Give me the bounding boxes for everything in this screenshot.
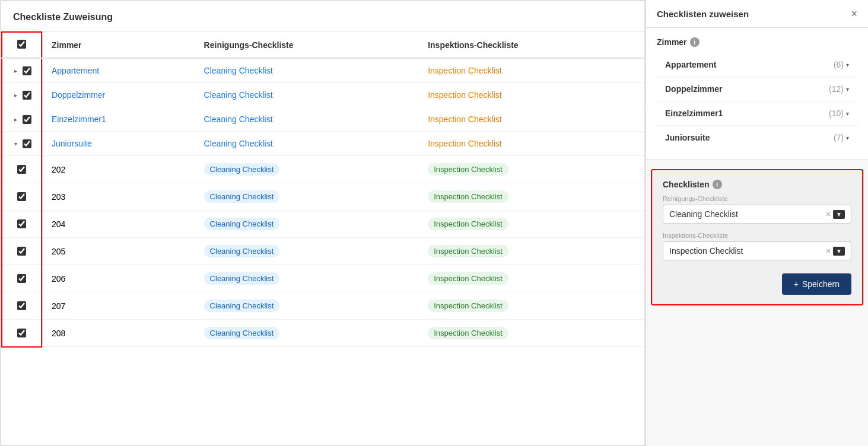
header-inspection: Inspektions-Checkliste <box>418 32 644 58</box>
cleaning-arrow-icon[interactable]: ▼ <box>833 210 845 219</box>
expand-arrow-icon[interactable]: ▾ <box>12 141 19 147</box>
table-row: 206Cleaning ChecklistInspection Checklis… <box>2 265 644 292</box>
room-group-name: Appartement <box>665 60 716 69</box>
close-button[interactable]: × <box>851 8 857 19</box>
row-checkbox[interactable] <box>17 165 26 174</box>
cleaning-cell: Cleaning Checklist <box>195 320 419 347</box>
cleaning-clear-icon[interactable]: × <box>826 209 831 219</box>
room-group-link[interactable]: Appartement <box>52 66 99 75</box>
inspection-select[interactable]: Inspection Checklist × ▼ <box>663 241 851 260</box>
row-checkbox-cell <box>2 211 42 238</box>
room-number: 207 <box>52 301 65 311</box>
cleaning-text: Cleaning Checklist <box>204 90 273 100</box>
cleaning-cell: Cleaning Checklist <box>195 211 419 238</box>
row-checkbox-cell: ▾ <box>2 132 42 156</box>
room-name-cell: 205 <box>42 238 195 265</box>
room-group-link[interactable]: Doppelzimmer <box>52 90 105 100</box>
page-title: Checkliste Zuweisung <box>1 1 644 31</box>
cleaning-cell: Cleaning Checklist <box>195 265 419 292</box>
right-panel-title: Checklisten zuweisen <box>657 9 749 19</box>
room-group-link[interactable]: Juniorsuite <box>52 139 92 148</box>
inspection-text: Inspection Checklist <box>428 90 502 100</box>
save-button[interactable]: + Speichern <box>782 273 851 295</box>
inspection-clear-icon[interactable]: × <box>826 246 831 256</box>
inspection-cell: Inspection Checklist <box>418 320 644 347</box>
chevron-down-icon: ▾ <box>846 62 849 68</box>
room-group-item[interactable]: Einzelzimmer1(10)▾ <box>657 101 857 126</box>
row-checkbox[interactable] <box>17 274 26 283</box>
room-group-name: Juniorsuite <box>665 133 710 142</box>
room-group-item[interactable]: Doppelzimmer(12)▾ <box>657 77 857 101</box>
row-checkbox[interactable] <box>17 247 26 256</box>
room-number: 206 <box>52 274 65 283</box>
save-icon: + <box>794 279 799 289</box>
cleaning-select[interactable]: Cleaning Checklist × ▼ <box>663 205 851 224</box>
checklist-table: Zimmer Reinigungs-Checkliste Inspektions… <box>1 31 644 348</box>
checklisten-label: Checklisten i <box>663 180 851 189</box>
cleaning-cell: Cleaning Checklist <box>195 156 419 183</box>
cleaning-badge: Cleaning Checklist <box>204 327 280 339</box>
room-group-link[interactable]: Einzelzimmer1 <box>52 114 106 124</box>
inspection-cell: Inspection Checklist <box>418 58 644 83</box>
row-checkbox-cell <box>2 238 42 265</box>
inspection-badge: Inspection Checklist <box>428 190 508 203</box>
room-number: 204 <box>52 219 65 229</box>
header-room: Zimmer <box>42 32 195 58</box>
room-group-count: (6)▾ <box>834 60 849 69</box>
row-checkbox-cell <box>2 292 42 320</box>
row-checkbox-cell: ▸ <box>2 83 42 107</box>
room-name-cell: 203 <box>42 183 195 211</box>
select-all-checkbox[interactable] <box>17 40 26 49</box>
row-checkbox[interactable] <box>17 219 26 228</box>
inspection-field-label: Inspektions-Checkliste <box>663 232 851 239</box>
room-name-cell: 202 <box>42 156 195 183</box>
table-row: 203Cleaning ChecklistInspection Checklis… <box>2 183 644 211</box>
row-checkbox[interactable] <box>23 139 31 148</box>
table-row: ▾JuniorsuiteCleaning ChecklistInspection… <box>2 132 644 156</box>
room-group-name: Doppelzimmer <box>665 84 722 94</box>
inspection-cell: Inspection Checklist <box>418 83 644 107</box>
cleaning-cell: Cleaning Checklist <box>195 292 419 320</box>
cleaning-field-label: Reinigungs-Checkliste <box>663 195 851 202</box>
table-row: ▸DoppelzimmerCleaning ChecklistInspectio… <box>2 83 644 107</box>
checklisten-info-icon[interactable]: i <box>713 180 722 189</box>
inspection-arrow-icon[interactable]: ▼ <box>833 247 845 256</box>
row-checkbox[interactable] <box>23 66 31 75</box>
inspection-select-value: Inspection Checklist <box>669 246 826 256</box>
chevron-down-icon: ▾ <box>846 135 849 141</box>
expand-arrow-icon[interactable]: ▸ <box>12 68 19 74</box>
inspection-cell: Inspection Checklist <box>418 238 644 265</box>
room-group-count-value: (10) <box>829 109 844 118</box>
room-group-item[interactable]: Appartement(6)▾ <box>657 53 857 77</box>
expand-arrow-icon[interactable]: ▸ <box>12 116 19 123</box>
table-row: 208Cleaning ChecklistInspection Checklis… <box>2 320 644 347</box>
room-number: 202 <box>52 165 65 174</box>
row-checkbox-cell <box>2 183 42 211</box>
right-panel: Checklisten zuweisen × Zimmer i Appartem… <box>646 0 868 446</box>
row-checkbox[interactable] <box>17 329 26 337</box>
table-row: ▸Einzelzimmer1Cleaning ChecklistInspecti… <box>2 107 644 132</box>
inspection-cell: Inspection Checklist <box>418 211 644 238</box>
cleaning-cell: Cleaning Checklist <box>195 183 419 211</box>
cleaning-cell: Cleaning Checklist <box>195 238 419 265</box>
room-name-cell: 208 <box>42 320 195 347</box>
cleaning-field-group: Reinigungs-Checkliste Cleaning Checklist… <box>663 195 851 224</box>
inspection-text: Inspection Checklist <box>428 66 502 75</box>
room-name-cell: Doppelzimmer <box>42 83 195 107</box>
inspection-cell: Inspection Checklist <box>418 265 644 292</box>
expand-arrow-icon[interactable]: ▸ <box>12 92 19 98</box>
zimmer-section: Zimmer i Appartement(6)▾Doppelzimmer(12)… <box>646 28 868 160</box>
table-row: 205Cleaning ChecklistInspection Checklis… <box>2 238 644 265</box>
zimmer-info-icon[interactable]: i <box>690 37 700 47</box>
row-checkbox[interactable] <box>23 115 31 124</box>
room-group-item[interactable]: Juniorsuite(7)▾ <box>657 126 857 149</box>
row-checkbox[interactable] <box>17 301 26 310</box>
inspection-cell: Inspection Checklist <box>418 107 644 132</box>
inspection-select-actions: × ▼ <box>826 246 845 256</box>
row-checkbox[interactable] <box>17 192 26 201</box>
right-panel-header: Checklisten zuweisen × <box>646 0 868 28</box>
inspection-cell: Inspection Checklist <box>418 183 644 211</box>
row-checkbox[interactable] <box>23 91 31 100</box>
inspection-field-group: Inspektions-Checkliste Inspection Checkl… <box>663 232 851 260</box>
cleaning-badge: Cleaning Checklist <box>204 218 280 230</box>
